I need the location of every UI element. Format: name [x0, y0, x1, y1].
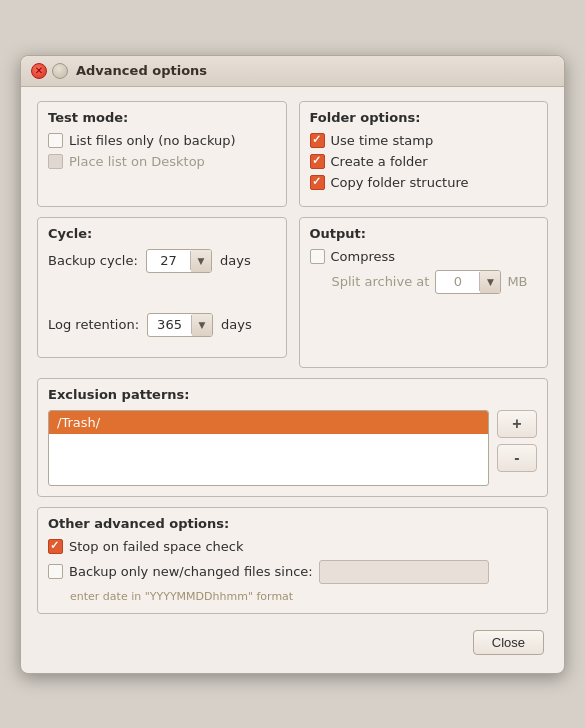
- window-body: Test mode: List files only (no backup) P…: [21, 87, 564, 673]
- other-advanced-label: Other advanced options:: [48, 516, 537, 531]
- use-time-stamp-row: Use time stamp: [310, 133, 538, 148]
- output-label: Output:: [310, 226, 538, 241]
- output-panel: Output: Compress Split archive at 0 ▼ MB: [299, 217, 549, 368]
- exclusion-remove-button[interactable]: -: [497, 444, 537, 472]
- create-folder-label: Create a folder: [331, 154, 428, 169]
- copy-folder-structure-label: Copy folder structure: [331, 175, 469, 190]
- copy-folder-structure-checkbox[interactable]: [310, 175, 325, 190]
- log-retention-value: 365: [148, 315, 192, 334]
- window-close-button[interactable]: ✕: [31, 63, 47, 79]
- test-mode-panel: Test mode: List files only (no backup) P…: [37, 101, 287, 207]
- date-input[interactable]: [319, 560, 489, 584]
- create-folder-row: Create a folder: [310, 154, 538, 169]
- place-list-row: Place list on Desktop: [48, 154, 276, 169]
- split-archive-select[interactable]: 0 ▼: [435, 270, 501, 294]
- log-retention-select[interactable]: 365 ▼: [147, 313, 213, 337]
- place-list-label: Place list on Desktop: [69, 154, 205, 169]
- log-retention-label: Log retention:: [48, 317, 139, 332]
- exclusion-inner: /Trash/ + -: [48, 410, 537, 486]
- window-title: Advanced options: [76, 63, 207, 78]
- close-button[interactable]: Close: [473, 630, 544, 655]
- backup-cycle-row: Backup cycle: 27 ▼ days: [48, 249, 276, 273]
- advanced-options-window: ✕ Advanced options Test mode: List files…: [20, 55, 565, 674]
- list-files-row: List files only (no backup): [48, 133, 276, 148]
- test-mode-label: Test mode:: [48, 110, 276, 125]
- backup-cycle-arrow[interactable]: ▼: [191, 249, 211, 273]
- folder-options-label: Folder options:: [310, 110, 538, 125]
- exclusion-item-empty[interactable]: [49, 434, 488, 457]
- titlebar-buttons: ✕: [31, 63, 68, 79]
- backup-cycle-value: 27: [147, 251, 191, 270]
- use-time-stamp-label: Use time stamp: [331, 133, 434, 148]
- exclusion-patterns-label: Exclusion patterns:: [48, 387, 537, 402]
- backup-only-new-row: Backup only new/changed files since:: [48, 560, 537, 584]
- folder-options-panel: Folder options: Use time stamp Create a …: [299, 101, 549, 207]
- cycle-panel: Cycle: Backup cycle: 27 ▼ days Log reten…: [37, 217, 287, 358]
- copy-folder-structure-row: Copy folder structure: [310, 175, 538, 190]
- compress-checkbox[interactable]: [310, 249, 325, 264]
- split-archive-unit: MB: [507, 274, 527, 289]
- exclusion-item-trash[interactable]: /Trash/: [49, 411, 488, 434]
- exclusion-buttons: + -: [497, 410, 537, 486]
- footer: Close: [37, 630, 548, 659]
- place-list-checkbox: [48, 154, 63, 169]
- log-retention-arrow[interactable]: ▼: [192, 313, 212, 337]
- list-files-label: List files only (no backup): [69, 133, 236, 148]
- split-archive-row: Split archive at 0 ▼ MB: [310, 270, 538, 294]
- backup-cycle-select[interactable]: 27 ▼: [146, 249, 212, 273]
- top-panels: Test mode: List files only (no backup) P…: [37, 101, 548, 207]
- split-archive-value: 0: [436, 272, 480, 291]
- exclusion-add-button[interactable]: +: [497, 410, 537, 438]
- create-folder-checkbox[interactable]: [310, 154, 325, 169]
- backup-only-new-checkbox[interactable]: [48, 564, 63, 579]
- titlebar: ✕ Advanced options: [21, 56, 564, 87]
- split-archive-arrow[interactable]: ▼: [480, 270, 500, 294]
- cycle-label: Cycle:: [48, 226, 276, 241]
- backup-only-new-label: Backup only new/changed files since:: [69, 564, 313, 579]
- compress-row: Compress: [310, 249, 538, 264]
- stop-on-failed-row: Stop on failed space check: [48, 539, 537, 554]
- log-retention-unit: days: [221, 317, 252, 332]
- exclusion-patterns-panel: Exclusion patterns: /Trash/ + -: [37, 378, 548, 497]
- stop-on-failed-label: Stop on failed space check: [69, 539, 244, 554]
- use-time-stamp-checkbox[interactable]: [310, 133, 325, 148]
- compress-label: Compress: [331, 249, 396, 264]
- cycle-output-row: Cycle: Backup cycle: 27 ▼ days Log reten…: [37, 217, 548, 368]
- log-retention-row: Log retention: 365 ▼ days: [48, 313, 276, 337]
- other-advanced-panel: Other advanced options: Stop on failed s…: [37, 507, 548, 614]
- split-archive-label: Split archive at: [332, 274, 430, 289]
- list-files-checkbox[interactable]: [48, 133, 63, 148]
- window-minimize-button[interactable]: [52, 63, 68, 79]
- backup-cycle-label: Backup cycle:: [48, 253, 138, 268]
- exclusion-list: /Trash/: [48, 410, 489, 486]
- backup-cycle-unit: days: [220, 253, 251, 268]
- date-hint: enter date in "YYYYMMDDhhmm" format: [70, 590, 537, 603]
- stop-on-failed-checkbox[interactable]: [48, 539, 63, 554]
